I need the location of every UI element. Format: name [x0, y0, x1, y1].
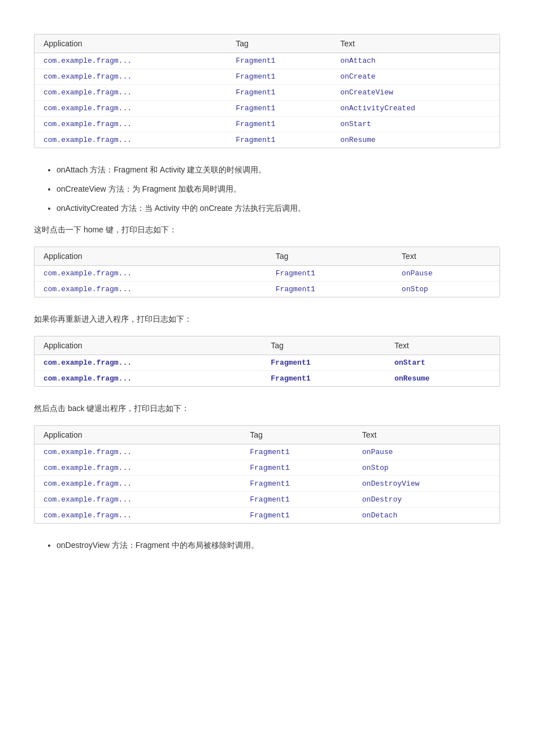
table3-col-application: Application [34, 336, 262, 355]
table-cell: onActivityCreated [331, 101, 500, 116]
table-row: com.example.fragm...Fragment1onPause [34, 266, 500, 282]
table-cell: Fragment1 [241, 444, 353, 460]
table1-col-text: Text [331, 34, 500, 53]
table-cell: Fragment1 [241, 460, 353, 476]
table-row: com.example.fragm...Fragment1onDestroyVi… [34, 476, 500, 492]
table-2: Application Tag Text com.example.fragm..… [34, 247, 500, 297]
table-4: Application Tag Text com.example.fragm..… [34, 425, 500, 524]
table-cell: com.example.fragm... [34, 132, 227, 148]
table1-col-tag: Tag [227, 34, 331, 53]
table-cell: Fragment1 [241, 508, 353, 524]
table-cell: com.example.fragm... [34, 371, 262, 387]
table-3: Application Tag Text com.example.fragm..… [34, 336, 500, 387]
table-cell: Fragment1 [227, 53, 331, 69]
table-row: com.example.fragm...Fragment1onResume [34, 132, 500, 148]
table-cell: com.example.fragm... [34, 444, 241, 460]
table-cell: onStart [385, 355, 500, 371]
table-cell: onDetach [353, 508, 500, 524]
table3-col-text: Text [385, 336, 500, 355]
table-row: com.example.fragm...Fragment1onDestroy [34, 492, 500, 508]
table-cell: Fragment1 [227, 132, 331, 148]
section4-label: 然后点击 back 键退出程序，打印日志如下： [34, 404, 500, 414]
table-cell: com.example.fragm... [34, 266, 267, 282]
bullet-list-1: onAttach 方法：Fragment 和 Activity 建立关联的时候调… [57, 165, 500, 214]
table-cell: com.example.fragm... [34, 116, 227, 132]
table-cell: onStop [393, 282, 500, 297]
bullet-list-2: onDestroyView 方法：Fragment 中的布局被移除时调用。 [57, 541, 500, 551]
table-cell: com.example.fragm... [34, 282, 267, 297]
list-item: onCreateView 方法：为 Fragment 加载布局时调用。 [57, 184, 500, 195]
list-item: onDestroyView 方法：Fragment 中的布局被移除时调用。 [57, 541, 500, 551]
table-row: com.example.fragm...Fragment1onActivityC… [34, 101, 500, 116]
table-row: com.example.fragm...Fragment1onResume [34, 371, 500, 387]
table-cell: onDestroyView [353, 476, 500, 492]
table-cell: onCreate [331, 69, 500, 85]
table-cell: onCreateView [331, 85, 500, 101]
table-row: com.example.fragm...Fragment1onStop [34, 282, 500, 297]
table-row: com.example.fragm...Fragment1onAttach [34, 53, 500, 69]
table-cell: Fragment1 [262, 355, 385, 371]
table-cell: onStop [353, 460, 500, 476]
section2-label: 这时点击一下 home 键，打印日志如下： [34, 225, 500, 235]
table-cell: com.example.fragm... [34, 508, 241, 524]
table-cell: onResume [385, 371, 500, 387]
table-cell: Fragment1 [267, 266, 393, 282]
table-cell: Fragment1 [262, 371, 385, 387]
table-cell: onStart [331, 116, 500, 132]
table-cell: com.example.fragm... [34, 85, 227, 101]
table-cell: Fragment1 [267, 282, 393, 297]
table-cell: onPause [353, 444, 500, 460]
table-cell: com.example.fragm... [34, 53, 227, 69]
table-cell: onAttach [331, 53, 500, 69]
table-row: com.example.fragm...Fragment1onPause [34, 444, 500, 460]
table-row: com.example.fragm...Fragment1onDetach [34, 508, 500, 524]
table-cell: com.example.fragm... [34, 69, 227, 85]
table-cell: onResume [331, 132, 500, 148]
table3-col-tag: Tag [262, 336, 385, 355]
table-row: com.example.fragm...Fragment1onStart [34, 355, 500, 371]
table-cell: Fragment1 [227, 116, 331, 132]
table-cell: Fragment1 [227, 85, 331, 101]
table-cell: Fragment1 [241, 492, 353, 508]
table-cell: com.example.fragm... [34, 355, 262, 371]
table-cell: Fragment1 [227, 69, 331, 85]
table-cell: Fragment1 [227, 101, 331, 116]
section3-label: 如果你再重新进入进入程序，打印日志如下： [34, 314, 500, 325]
table2-col-text: Text [393, 247, 500, 266]
table4-col-application: Application [34, 426, 241, 444]
table4-col-tag: Tag [241, 426, 353, 444]
table-row: com.example.fragm...Fragment1onCreate [34, 69, 500, 85]
table-row: com.example.fragm...Fragment1onStart [34, 116, 500, 132]
table-cell: com.example.fragm... [34, 476, 241, 492]
table1-col-application: Application [34, 34, 227, 53]
table-row: com.example.fragm...Fragment1onStop [34, 460, 500, 476]
table-cell: com.example.fragm... [34, 101, 227, 116]
table4-col-text: Text [353, 426, 500, 444]
table-cell: onPause [393, 266, 500, 282]
list-item: onActivityCreated 方法：当 Activity 中的 onCre… [57, 204, 500, 214]
table-cell: com.example.fragm... [34, 492, 241, 508]
table-cell: Fragment1 [241, 476, 353, 492]
table2-col-application: Application [34, 247, 267, 266]
table2-col-tag: Tag [267, 247, 393, 266]
table-row: com.example.fragm...Fragment1onCreateVie… [34, 85, 500, 101]
list-item: onAttach 方法：Fragment 和 Activity 建立关联的时候调… [57, 165, 500, 175]
table-1: Application Tag Text com.example.fragm..… [34, 34, 500, 148]
table-cell: com.example.fragm... [34, 460, 241, 476]
table-cell: onDestroy [353, 492, 500, 508]
